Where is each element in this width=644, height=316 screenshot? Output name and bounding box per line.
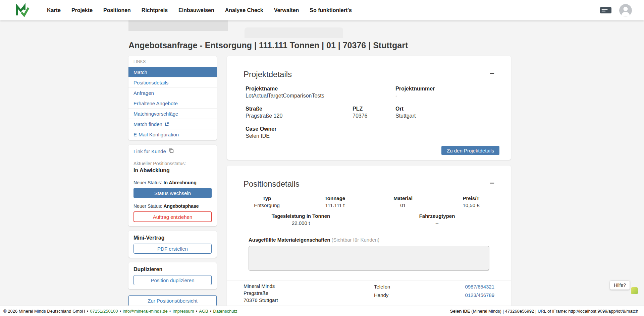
- position-details-card: Positionsdetails − Typ Entsorgung Tonnag…: [227, 166, 511, 310]
- field-value: 111.111 t: [301, 202, 369, 208]
- new-status-billing-block: Neuer Status: In Abrechnung Status wechs…: [128, 177, 217, 201]
- brand-logo[interactable]: [14, 3, 30, 17]
- sidebar-item-positionsdetails[interactable]: Positionsdetails: [128, 77, 217, 87]
- telefon-label: Telefon: [374, 284, 390, 290]
- handy-label: Handy: [374, 292, 388, 298]
- telefon-link[interactable]: 0987/654321: [465, 284, 494, 290]
- phone-list: Telefon 0987/654321 Handy 0123/456789: [374, 282, 494, 304]
- sidebar-item-anfragen[interactable]: Anfragen: [128, 87, 217, 98]
- sidebar: LINKS Match Positionsdetails Anfragen Er…: [128, 56, 217, 306]
- field-value: 22.000 t: [233, 220, 369, 226]
- footer-email-link[interactable]: info@mineral-minds.de: [123, 309, 168, 314]
- withdraw-order-button[interactable]: Auftrag entziehen: [133, 211, 212, 222]
- field-label: Projektname: [246, 86, 395, 92]
- sidebar-item-label: Match: [133, 69, 147, 75]
- nav-item-einbauweisen[interactable]: Einbauweisen: [178, 7, 214, 13]
- field-preis: Preis/T 10,50 €: [437, 195, 505, 208]
- sidebar-item-label: E-Mail Konfiguration: [133, 132, 179, 137]
- footer-session-info: Selen IDE (Mineral Minds) | 473268e56992…: [450, 309, 638, 314]
- sidebar-item-label: Matchingvorschläge: [133, 111, 178, 117]
- duplicate-heading: Duplizieren: [133, 266, 212, 272]
- sidebar-item-email-konfiguration[interactable]: E-Mail Konfiguration: [128, 129, 217, 139]
- nav-item-analyse-check[interactable]: Analyse Check: [225, 7, 263, 13]
- collapse-icon[interactable]: −: [490, 179, 494, 187]
- project-details-button[interactable]: Zu den Projektdetails: [441, 146, 499, 155]
- field-value: 01: [369, 202, 437, 208]
- footer: © 2026 Mineral Minds Deutschland GmbH • …: [0, 306, 644, 316]
- footer-impressum-link[interactable]: Impressum: [172, 309, 194, 314]
- duplicate-card: Duplizieren Position duplizieren: [128, 262, 217, 289]
- footer-phone-link[interactable]: 07151/250100: [90, 309, 118, 314]
- sidebar-item-match-finden[interactable]: Match finden: [128, 119, 217, 129]
- collapse-icon[interactable]: −: [490, 69, 494, 77]
- field-label: Typ: [233, 195, 301, 201]
- nav-item-karte[interactable]: Karte: [47, 7, 61, 13]
- nav-item-so-funktionierts[interactable]: So funktioniert's: [310, 7, 352, 13]
- footer-datenschutz-link[interactable]: Datenschutz: [213, 309, 237, 314]
- create-pdf-button[interactable]: PDF erstellen: [133, 244, 212, 254]
- telefon-row: Telefon 0987/654321: [374, 282, 494, 291]
- field-label: Ort: [395, 106, 492, 112]
- help-launcher-icon[interactable]: [631, 287, 638, 294]
- project-details-card: Projektdetails − Projektname LotActualTa…: [227, 56, 511, 160]
- field-label: Preis/T: [437, 195, 505, 201]
- sidebar-item-label: Match finden: [133, 121, 162, 127]
- footer-copyright: © 2026 Mineral Minds Deutschland GmbH: [3, 309, 85, 314]
- field-label: Tagesleistung in Tonnen: [233, 213, 369, 219]
- new-status-offer-block: Neuer Status: Angebotsphase Auftrag entz…: [128, 201, 217, 226]
- help-button[interactable]: Hilfe?: [610, 281, 630, 290]
- nav-item-richtpreis[interactable]: Richtpreis: [142, 7, 168, 13]
- field-value: Selen IDE: [246, 133, 492, 139]
- field-material: Material 01: [369, 195, 437, 208]
- page-title: Angebotsanfrage - Entsorgung | 111.111 T…: [128, 40, 511, 50]
- field-label: Projektnummer: [395, 86, 492, 92]
- field-plz: PLZ 70376: [353, 106, 395, 119]
- nav-item-projekte[interactable]: Projekte: [71, 7, 93, 13]
- sidebar-item-matchingvorschlaege[interactable]: Matchingvorschläge: [128, 108, 217, 119]
- field-label: Fahrzeugtypen: [369, 213, 505, 219]
- session-user: Selen IDE: [450, 309, 470, 314]
- page-container: Angebotsanfrage - Entsorgung | 111.111 T…: [128, 40, 511, 310]
- field-case-owner: Case Owner Selen IDE: [246, 126, 492, 139]
- footer-agb-link[interactable]: AGB: [199, 309, 208, 314]
- material-properties-textarea[interactable]: [249, 246, 489, 271]
- project-details-title: Projektdetails: [244, 69, 292, 79]
- skeleton-block: [128, 20, 228, 31]
- status-card: Link für Kunde Aktueller Positionsstatus…: [128, 145, 217, 226]
- sidebar-item-erhaltene-angebote[interactable]: Erhaltene Angebote: [128, 98, 217, 108]
- handy-link[interactable]: 0123/456789: [465, 292, 494, 298]
- current-status-section: Aktueller Positionsstatus: In Abwicklung: [128, 158, 217, 177]
- skeleton-block: [245, 27, 343, 38]
- new-status-prefix: Neuer Status:: [133, 180, 162, 185]
- field-projektnummer: Projektnummer -: [395, 86, 492, 99]
- nav-item-verwalten[interactable]: Verwalten: [274, 7, 299, 13]
- change-status-button[interactable]: Status wechseln: [133, 188, 212, 198]
- field-value: 70376: [353, 113, 395, 119]
- current-status-value: In Abwicklung: [133, 167, 212, 174]
- user-avatar[interactable]: [619, 4, 632, 17]
- field-strasse: Straße Pragstraße 120: [246, 106, 353, 119]
- current-status-label: Aktueller Positionsstatus:: [133, 161, 212, 166]
- links-heading: LINKS: [128, 59, 217, 67]
- sidebar-item-match[interactable]: Match: [128, 67, 217, 77]
- nav-item-positionen[interactable]: Positionen: [103, 7, 131, 13]
- company-name: Mineral Minds: [244, 282, 278, 290]
- sidebar-item-label: Positionsdetails: [133, 80, 168, 85]
- duplicate-position-button[interactable]: Position duplizieren: [133, 275, 212, 285]
- server-icon[interactable]: [600, 6, 612, 14]
- new-status-prefix: Neuer Status:: [133, 203, 162, 209]
- field-value: LotActualTargetComparisonTests: [246, 93, 395, 99]
- field-value: 10,50 €: [437, 202, 505, 208]
- customer-link[interactable]: Link für Kunde: [128, 145, 217, 158]
- mini-contract-heading: Mini-Vertrag: [133, 235, 212, 241]
- field-tonnage: Tonnage 111.111 t: [301, 195, 369, 208]
- handy-row: Handy 0123/456789: [374, 291, 494, 299]
- new-status-value: In Abrechnung: [164, 180, 197, 185]
- main-content: Projektdetails − Projektname LotActualTa…: [227, 56, 511, 310]
- field-value: –: [369, 220, 505, 226]
- field-fahrzeugtypen: Fahrzeugtypen –: [369, 213, 505, 226]
- position-overview-button[interactable]: Zur Positionsübersicht: [128, 295, 217, 306]
- new-status-line: Neuer Status: Angebotsphase: [133, 203, 212, 209]
- navbar-right: [600, 4, 632, 17]
- separator: •: [196, 309, 198, 314]
